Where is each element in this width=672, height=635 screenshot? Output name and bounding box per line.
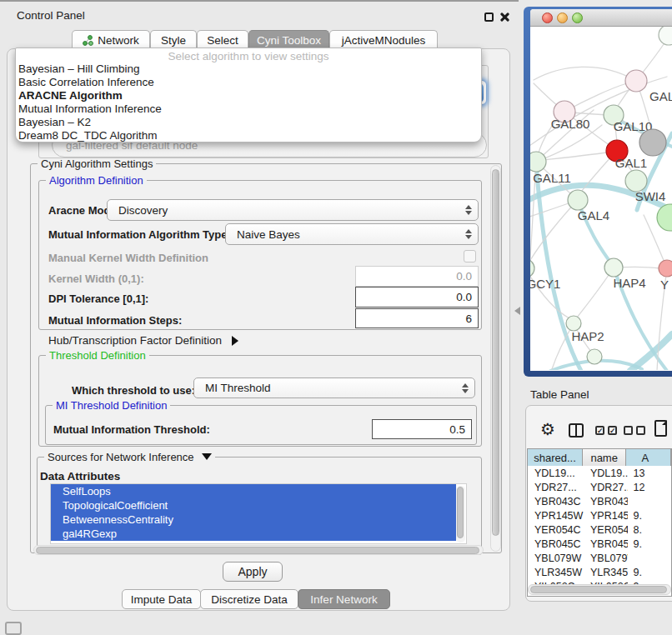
- dropdown-item[interactable]: Bayesian – Hill Climbing: [16, 62, 481, 76]
- dropdown-item[interactable]: Mutual Information Inference: [16, 102, 481, 116]
- aracne-mode-combobox[interactable]: Discovery: [107, 199, 479, 221]
- table-cell[interactable]: YER054C: [584, 522, 629, 537]
- unchecked-column-icon[interactable]: [636, 426, 645, 435]
- hub-definition-expander[interactable]: Hub/Transcription Factor Definition: [48, 334, 238, 347]
- dropdown-item[interactable]: Basic Correlation Inference: [16, 76, 481, 89]
- table-cell[interactable]: YDR27...: [528, 480, 584, 494]
- table-hscrollbar[interactable]: [528, 584, 671, 595]
- network-node[interactable]: [639, 129, 666, 156]
- dropdown-item[interactable]: Bayesian – K2: [16, 116, 481, 129]
- network-node[interactable]: [659, 27, 672, 45]
- column-header[interactable]: A: [626, 449, 671, 466]
- kernel-width-field[interactable]: 0.0: [355, 266, 479, 287]
- table-row[interactable]: YER054CYER054C8.: [528, 522, 671, 537]
- network-node[interactable]: [587, 349, 602, 364]
- network-edge-highlighted[interactable]: [630, 334, 672, 370]
- apply-button[interactable]: Apply: [223, 562, 283, 582]
- attributes-scrollbar[interactable]: [456, 486, 465, 542]
- table-cell[interactable]: YBL079W: [584, 551, 629, 565]
- checked-column-icon[interactable]: ✓: [595, 426, 604, 435]
- table-cell[interactable]: 9.: [628, 537, 671, 551]
- close-panel-icon[interactable]: [499, 12, 510, 22]
- network-node[interactable]: [604, 258, 623, 277]
- table-cell[interactable]: 9.: [628, 508, 671, 522]
- splitpane-handle-icon[interactable]: [514, 307, 520, 315]
- data-attributes-list[interactable]: SelfLoops TopologicalCoefficient Between…: [50, 483, 467, 544]
- which-threshold-combobox[interactable]: MI Threshold: [193, 378, 475, 398]
- table-cell[interactable]: YBR043C: [528, 494, 584, 508]
- network-node[interactable]: [659, 260, 672, 277]
- table-cell[interactable]: YPR145W: [584, 508, 629, 522]
- mi-threshold-field[interactable]: 0.5: [372, 419, 472, 439]
- tab-style[interactable]: Style: [150, 30, 197, 49]
- table-row[interactable]: YDR27...YDR27...12: [528, 480, 671, 494]
- tab-impute-data[interactable]: Impute Data: [122, 589, 201, 609]
- table-cell[interactable]: YDL19...: [528, 466, 584, 480]
- table-cell[interactable]: YLR345W: [584, 565, 629, 579]
- table-cell[interactable]: YDR27...: [584, 480, 629, 494]
- column-header[interactable]: name: [583, 449, 626, 466]
- table-row[interactable]: YBR045CYBR045C9.: [528, 537, 671, 551]
- scrollbar-thumb[interactable]: [530, 586, 667, 593]
- file-icon[interactable]: [654, 420, 667, 437]
- tab-discretize-data[interactable]: Discretize Data: [200, 589, 298, 609]
- gear-icon[interactable]: ⚙: [540, 419, 555, 439]
- table-cell[interactable]: YPR145W: [528, 508, 584, 522]
- attribute-item[interactable]: SelfLoops: [51, 484, 456, 498]
- attribute-item[interactable]: BetweennessCentrality: [51, 512, 456, 527]
- settings-scrollbar[interactable]: [490, 165, 501, 552]
- table-cell[interactable]: YBR045C: [528, 537, 584, 551]
- network-window-titlebar[interactable]: [530, 9, 672, 27]
- table-row[interactable]: YPR145WYPR145W9.: [528, 508, 671, 522]
- network-node[interactable]: [530, 152, 546, 172]
- checked-column-icon[interactable]: ✓: [608, 426, 617, 435]
- column-header[interactable]: shared...: [528, 449, 583, 466]
- table-cell[interactable]: YBR043C: [584, 494, 629, 508]
- mi-type-combobox[interactable]: Naive Bayes: [225, 223, 479, 245]
- table-row[interactable]: YBR043CYBR043C: [528, 494, 671, 508]
- tab-infer-network[interactable]: Infer Network: [298, 589, 390, 609]
- network-node[interactable]: [530, 259, 534, 278]
- dropdown-item[interactable]: Dream8 DC_TDC Algorithm: [16, 129, 481, 142]
- scrollbar-thumb[interactable]: [492, 169, 499, 536]
- network-node[interactable]: [625, 70, 647, 92]
- table-cell[interactable]: [628, 551, 671, 565]
- table-cell[interactable]: YDL19...: [584, 466, 629, 480]
- attribute-item[interactable]: gal4RGexp: [51, 527, 456, 541]
- scrollbar-thumb[interactable]: [457, 487, 464, 538]
- table-cell[interactable]: 9.: [628, 565, 671, 579]
- table-cell[interactable]: 12: [628, 480, 671, 494]
- network-edge[interactable]: [534, 67, 636, 81]
- network-node[interactable]: [568, 190, 588, 210]
- network-canvas[interactable]: GALGAL80GAL10GAL1SWI4GAL11GAL4GCY1HAP4YH…: [530, 27, 672, 370]
- mi-steps-field[interactable]: 6: [355, 308, 479, 328]
- scrollbar-thumb[interactable]: [36, 547, 479, 554]
- tab-select[interactable]: Select: [197, 30, 248, 49]
- split-columns-icon[interactable]: [569, 423, 584, 438]
- table-row[interactable]: YLR345WYLR345W9.: [528, 565, 671, 579]
- network-edge[interactable]: [530, 200, 578, 262]
- table-cell[interactable]: YLR345W: [528, 565, 584, 579]
- table-cell[interactable]: [628, 494, 671, 508]
- node-table[interactable]: shared... name A YDL19...YDL19...13YDR27…: [527, 448, 672, 597]
- dropdown-item-selected[interactable]: ARACNE Algorithm: [16, 89, 481, 102]
- tab-cyni-toolbox[interactable]: Cyni Toolbox: [248, 30, 329, 49]
- table-row[interactable]: YBL079WYBL079W: [528, 551, 671, 565]
- sources-title[interactable]: Sources for Network Inference: [44, 451, 215, 463]
- minimize-button[interactable]: [557, 12, 568, 23]
- dpi-tolerance-field[interactable]: 0.0: [355, 287, 479, 308]
- unchecked-column-icon[interactable]: [624, 426, 633, 435]
- manual-kernel-checkbox[interactable]: [464, 250, 476, 262]
- table-cell[interactable]: 8.: [628, 522, 671, 537]
- table-cell[interactable]: YER054C: [528, 522, 584, 537]
- table-cell[interactable]: YBL079W: [528, 551, 584, 565]
- tab-jactivemnodules[interactable]: jActiveMNodules: [329, 30, 438, 49]
- attribute-item[interactable]: TopologicalCoefficient: [51, 498, 456, 512]
- tab-network[interactable]: Network: [72, 30, 150, 49]
- network-node[interactable]: [657, 204, 672, 231]
- docked-panel-icon[interactable]: [5, 622, 22, 635]
- zoom-button[interactable]: [572, 12, 583, 23]
- table-cell[interactable]: 13: [628, 466, 671, 480]
- settings-hscrollbar[interactable]: [33, 545, 484, 555]
- table-row[interactable]: YDL19...YDL19...13: [528, 466, 671, 480]
